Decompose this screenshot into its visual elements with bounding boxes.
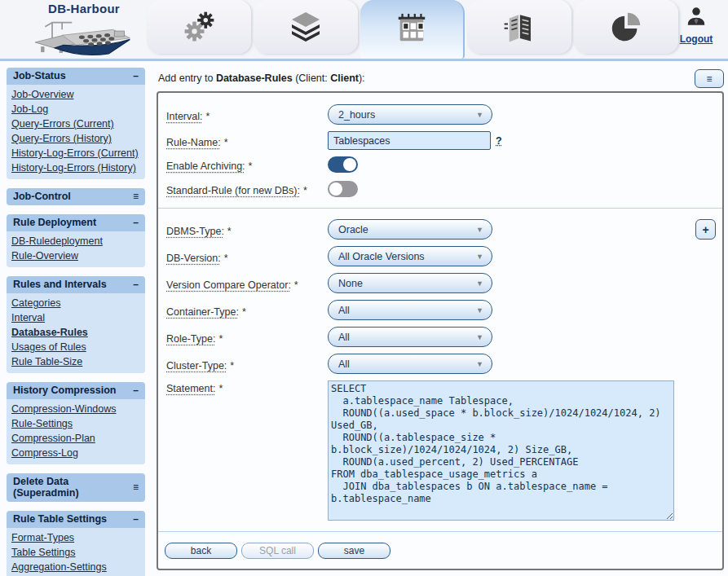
add-condition-button[interactable]: +: [695, 219, 716, 240]
sidebar-item-database-rules[interactable]: Database-Rules: [11, 325, 142, 340]
list-menu-button[interactable]: ≡: [695, 69, 724, 88]
sidebar-header-delete-data[interactable]: Delete Data (Superadmin) ≡: [7, 473, 145, 502]
interval-select[interactable]: 2_hours ▼: [328, 104, 492, 125]
dbms-type-select[interactable]: Oracle ▼: [328, 219, 492, 240]
sidebar-item-interval[interactable]: Interval: [11, 310, 142, 325]
sidebar-header-rule-table-settings[interactable]: Rule Table Settings –: [7, 511, 145, 528]
tab-settings[interactable]: [147, 0, 251, 54]
sidebar-item-job-log[interactable]: Job-Log: [11, 102, 142, 117]
collapse-icon[interactable]: –: [133, 513, 139, 525]
user-icon: [686, 7, 707, 28]
sidebar-item-usages-of-rules[interactable]: Usages of Rules: [11, 340, 142, 354]
sidebar-header-rules-and-intervals[interactable]: Rules and Intervals –: [7, 276, 145, 293]
top-navigation-bar: DB-Harbour: [0, 0, 728, 61]
cluster-type-label: Cluster-Type:: [166, 360, 227, 372]
sidebar-header-rule-deployment[interactable]: Rule Deployment –: [7, 214, 145, 231]
ship-logo-image: [30, 15, 138, 58]
tab-schedule[interactable]: [360, 0, 465, 59]
rule-name-help-link[interactable]: ?: [496, 135, 502, 147]
sidebar-item-rule-table-size[interactable]: Rule Table-Size: [11, 354, 142, 369]
expand-icon[interactable]: ≡: [133, 191, 139, 202]
version-compare-operator-row: Version Compare Operator:* None ▼: [158, 273, 722, 293]
dbms-type-label: DBMS-Type:: [166, 226, 224, 237]
sidebar-section-history-compression: History Compression – Compression-Window…: [7, 382, 145, 464]
tab-reports[interactable]: [467, 0, 571, 54]
calendar-icon: [395, 12, 429, 46]
add-rule-form: Interval:* 2_hours ▼ Rule-Name:* ? Enabl…: [157, 91, 724, 570]
chevron-down-icon: ▼: [476, 253, 483, 261]
tab-layers[interactable]: [254, 0, 358, 54]
sidebar-section-job-control: Job-Control ≡: [7, 188, 145, 205]
sidebar-item-query-errors-history[interactable]: Query-Errors (History): [11, 131, 142, 146]
version-compare-operator-select[interactable]: None ▼: [328, 273, 492, 293]
rule-name-input[interactable]: [328, 131, 491, 150]
sidebar-item-rule-overview[interactable]: Rule-Overview: [11, 248, 142, 263]
main-content: Add entry to Database-Rules (Client: Cli…: [157, 68, 724, 570]
chevron-down-icon: ▼: [476, 333, 483, 341]
standard-rule-row: Standard-Rule (for new DBs):*: [158, 181, 722, 197]
collapse-icon[interactable]: –: [133, 70, 139, 81]
app-logo[interactable]: DB-Harbour: [23, 2, 145, 61]
sidebar-item-db-ruledeployment[interactable]: DB-Ruledeployment: [11, 234, 142, 248]
interval-label: Interval:: [166, 111, 202, 122]
sidebar-item-compression-plan[interactable]: Compression-Plan: [11, 431, 142, 446]
sidebar-section-rule-deployment: Rule Deployment – DB-Ruledeployment Rule…: [7, 214, 145, 267]
pie-chart-icon: [609, 10, 643, 44]
rule-name-row: Rule-Name:* ?: [158, 131, 722, 150]
sidebar-item-table-settings[interactable]: Table Settings: [11, 545, 142, 560]
report-icon: [501, 10, 537, 44]
collapse-icon[interactable]: –: [133, 217, 139, 228]
main-tabs: [147, 0, 678, 59]
version-compare-operator-label: Version Compare Operator:: [166, 279, 291, 291]
sidebar-section-job-status: Job-Status – Job-Overview Job-Log Query-…: [7, 68, 145, 179]
standard-rule-toggle[interactable]: [328, 181, 358, 197]
sidebar-header-history-compression[interactable]: History Compression –: [7, 382, 145, 399]
menu-icon: ≡: [706, 73, 712, 85]
sidebar-navigation: Job-Status – Job-Overview Job-Log Query-…: [7, 68, 145, 576]
container-type-row: Container-Type:* All ▼: [158, 300, 722, 320]
section-divider: [158, 208, 722, 209]
sidebar-item-history-log-errors-current[interactable]: History-Log-Errors (Current): [11, 146, 142, 160]
role-type-label: Role-Type:: [166, 333, 215, 345]
cluster-type-select[interactable]: All ▼: [328, 354, 492, 374]
section-divider: [158, 531, 722, 532]
save-button[interactable]: save: [318, 543, 390, 559]
collapse-icon[interactable]: –: [133, 385, 139, 396]
sidebar-item-aggregation-settings[interactable]: Aggregation-Settings: [11, 560, 142, 574]
sidebar-item-rule-settings[interactable]: Rule-Settings: [11, 416, 142, 431]
sidebar-item-compression-windows[interactable]: Compression-Windows: [11, 402, 142, 416]
expand-icon[interactable]: ≡: [133, 481, 139, 493]
statement-row: Statement:* SELECT a.tablespace_name Tab…: [158, 380, 722, 521]
sidebar-item-job-overview[interactable]: Job-Overview: [11, 87, 142, 102]
standard-rule-label: Standard-Rule (for new DBs):: [166, 185, 300, 196]
sidebar-item-query-errors-current[interactable]: Query-Errors (Current): [11, 117, 142, 131]
statement-textarea[interactable]: SELECT a.tablespace_name Tablespace, ROU…: [328, 380, 674, 521]
page-title: Add entry to Database-Rules (Client: Cli…: [158, 69, 365, 84]
db-version-select[interactable]: All Oracle Versions ▼: [328, 246, 492, 266]
sidebar-header-job-status[interactable]: Job-Status –: [7, 68, 145, 85]
plus-icon: +: [702, 223, 708, 236]
collapse-icon[interactable]: –: [133, 279, 139, 290]
container-type-label: Container-Type:: [166, 306, 239, 318]
statement-label: Statement:: [166, 383, 215, 394]
sidebar-item-categories[interactable]: Categories: [11, 296, 142, 310]
back-button[interactable]: back: [165, 543, 237, 559]
sidebar-item-compress-log[interactable]: Compress-Log: [11, 446, 142, 460]
container-type-select[interactable]: All ▼: [328, 300, 492, 320]
enable-archiving-toggle[interactable]: [328, 156, 358, 173]
app-title: DB-Harbour: [23, 2, 145, 15]
chevron-down-icon: ▼: [476, 306, 483, 314]
role-type-row: Role-Type:* All ▼: [158, 327, 722, 347]
sidebar-item-history-log-errors-history[interactable]: History-Log-Errors (History): [11, 160, 142, 175]
tab-statistics[interactable]: [574, 0, 678, 54]
interval-row: Interval:* 2_hours ▼: [158, 104, 722, 125]
form-actions: back SQL call save: [158, 543, 722, 561]
rule-name-label: Rule-Name:: [166, 137, 221, 148]
logout-link[interactable]: Logout: [680, 33, 713, 45]
role-type-select[interactable]: All ▼: [328, 327, 492, 347]
chevron-down-icon: ▼: [476, 360, 483, 368]
sidebar-item-format-types[interactable]: Format-Types: [11, 530, 142, 545]
sidebar-section-rules-and-intervals: Rules and Intervals – Categories Interva…: [7, 276, 145, 373]
sql-call-button[interactable]: SQL call: [241, 543, 314, 559]
sidebar-header-job-control[interactable]: Job-Control ≡: [7, 188, 145, 205]
